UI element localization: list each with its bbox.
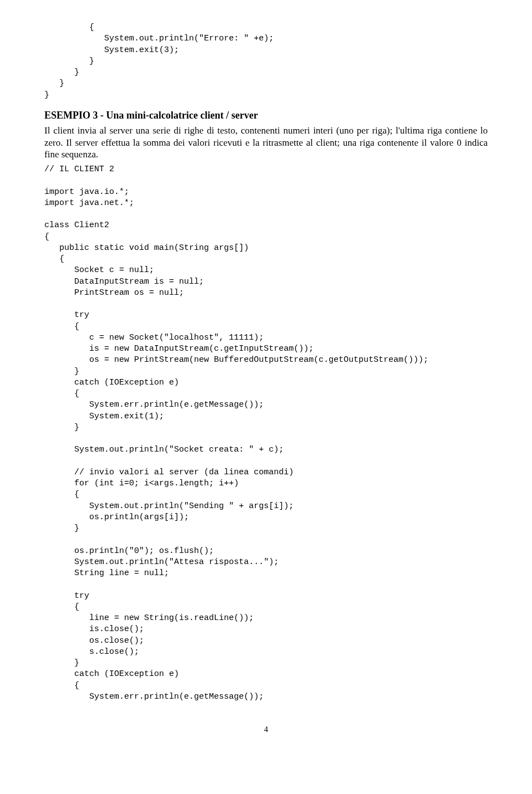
page-number: 4 (44, 725, 488, 734)
document-page: { System.out.println("Errore: " +e); Sys… (0, 0, 532, 756)
body-paragraph: Il client invia al server una serie di r… (44, 125, 488, 161)
code-block-main: // IL CLIENT 2 import java.io.*; import … (44, 164, 488, 703)
code-block-top: { System.out.println("Errore: " +e); Sys… (44, 22, 488, 101)
section-heading: ESEMPIO 3 - Una mini-calcolatrice client… (44, 110, 488, 121)
